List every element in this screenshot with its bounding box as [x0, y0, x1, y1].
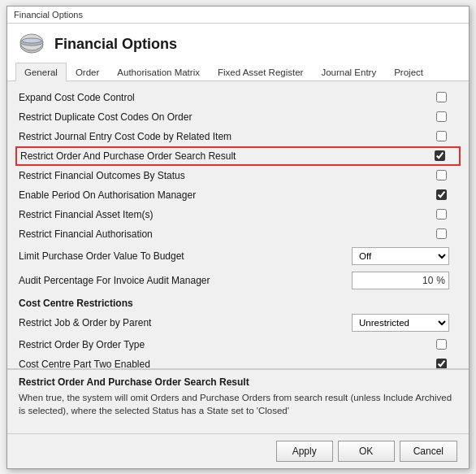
option-row-cost-centre-part: Cost Centre Part Two Enabled: [15, 354, 461, 368]
option-label-expand-cost-code: Expand Cost Code Control: [19, 92, 425, 103]
description-area: Restrict Order And Purchase Order Search…: [7, 368, 469, 433]
checkbox-area-restrict-financial-asset: [425, 209, 457, 220]
checkbox-restrict-duplicate[interactable]: [436, 111, 447, 122]
option-row-restrict-order-search: Restrict Order And Purchase Order Search…: [15, 146, 461, 166]
option-label-restrict-financial-outcomes: Restrict Financial Outcomes By Status: [19, 170, 425, 181]
checkbox-area-cost-centre-part: [425, 359, 457, 368]
checkbox-restrict-financial-outcomes[interactable]: [436, 170, 447, 180]
scroll-container[interactable]: Expand Cost Code Control Restrict Duplic…: [7, 81, 469, 368]
tab-fixed-asset-register[interactable]: Fixed Asset Register: [209, 63, 312, 81]
header-title: Financial Options: [54, 36, 177, 53]
option-row-restrict-duplicate: Restrict Duplicate Cost Codes On Order: [15, 107, 461, 127]
audit-input-container: 10 %: [352, 272, 449, 289]
dropdown-limit-purchase-order[interactable]: Off Warning Strict: [352, 247, 449, 265]
option-label-limit-purchase-order: Limit Purchase Order Value To Budget: [19, 250, 352, 262]
option-row-enable-period: Enable Period On Authorisation Manager: [15, 185, 461, 205]
option-row-restrict-order-type: Restrict Order By Order Type: [15, 335, 461, 354]
tab-project[interactable]: Project: [385, 63, 432, 81]
checkbox-area-restrict-order-type: [425, 339, 457, 350]
financial-options-window: Financial Options Financial Options Gene…: [6, 6, 470, 469]
checkbox-restrict-order-search[interactable]: [435, 150, 445, 161]
checkbox-area-expand-cost-code: [425, 92, 457, 102]
tab-general[interactable]: General: [15, 63, 67, 81]
section-header-cost-centre: Cost Centre Restrictions: [15, 293, 461, 311]
option-row-restrict-job: Restrict Job & Order by Parent Unrestric…: [15, 311, 461, 335]
checkbox-restrict-financial-auth[interactable]: [436, 228, 447, 239]
checkbox-area-enable-period: [425, 189, 457, 200]
tab-journal-entry[interactable]: Journal Entry: [312, 63, 385, 81]
option-row-audit-percentage: Audit Percentage For Invoice Audit Manag…: [15, 268, 461, 293]
option-label-restrict-job: Restrict Job & Order by Parent: [19, 317, 352, 328]
option-row-expand-cost-code: Expand Cost Code Control: [15, 88, 461, 107]
tab-order[interactable]: Order: [67, 63, 108, 81]
apply-button[interactable]: Apply: [276, 441, 333, 462]
control-limit-purchase-order: Off Warning Strict: [352, 247, 457, 265]
tabs-bar: General Order Authorisation Matrix Fixed…: [7, 63, 469, 81]
option-label-restrict-journal: Restrict Journal Entry Cost Code by Rela…: [19, 131, 425, 142]
option-label-restrict-order-search: Restrict Order And Purchase Order Search…: [20, 150, 423, 162]
ok-button[interactable]: OK: [338, 441, 395, 462]
checkbox-area-restrict-financial-outcomes: [425, 170, 457, 180]
option-label-restrict-duplicate: Restrict Duplicate Cost Codes On Order: [19, 111, 425, 123]
checkbox-restrict-order-type[interactable]: [436, 339, 447, 350]
checkbox-restrict-journal[interactable]: [436, 131, 447, 141]
option-row-restrict-financial-outcomes: Restrict Financial Outcomes By Status: [15, 166, 461, 185]
svg-point-3: [22, 38, 41, 43]
audit-percent-sign: %: [436, 275, 445, 286]
option-row-restrict-financial-auth: Restrict Financial Authorisation: [15, 224, 461, 244]
option-label-restrict-financial-auth: Restrict Financial Authorisation: [19, 228, 425, 240]
checkbox-area-restrict-journal: [425, 131, 457, 141]
description-title: Restrict Order And Purchase Order Search…: [19, 376, 457, 388]
description-text: When true, the system will omit Orders a…: [19, 391, 457, 417]
option-label-enable-period: Enable Period On Authorisation Manager: [19, 189, 425, 201]
financial-options-icon: [19, 32, 45, 58]
checkbox-restrict-financial-asset[interactable]: [436, 209, 447, 220]
audit-value: 10: [422, 275, 433, 286]
option-row-restrict-journal: Restrict Journal Entry Cost Code by Rela…: [15, 127, 461, 146]
checkbox-area-restrict-duplicate: [425, 111, 457, 122]
control-restrict-job: Unrestricted Restricted: [352, 314, 457, 332]
option-label-audit-percentage: Audit Percentage For Invoice Audit Manag…: [19, 275, 352, 286]
checkbox-cost-centre-part[interactable]: [436, 359, 447, 368]
tab-authorisation-matrix[interactable]: Authorisation Matrix: [108, 63, 209, 81]
option-label-cost-centre-part: Cost Centre Part Two Enabled: [19, 359, 425, 368]
control-audit-percentage: 10 %: [352, 272, 457, 289]
footer: Apply OK Cancel: [7, 433, 469, 468]
checkbox-area-restrict-order-search: [423, 150, 456, 161]
dropdown-restrict-job[interactable]: Unrestricted Restricted: [352, 314, 449, 332]
header-area: Financial Options: [7, 24, 469, 63]
option-row-limit-purchase-order: Limit Purchase Order Value To Budget Off…: [15, 244, 461, 268]
content-area: Expand Cost Code Control Restrict Duplic…: [7, 81, 469, 368]
option-row-restrict-financial-asset: Restrict Financial Asset Item(s): [15, 205, 461, 224]
window-title: Financial Options: [14, 10, 83, 20]
checkbox-enable-period[interactable]: [436, 189, 447, 200]
title-bar: Financial Options: [7, 7, 469, 24]
option-label-restrict-financial-asset: Restrict Financial Asset Item(s): [19, 209, 425, 220]
checkbox-expand-cost-code[interactable]: [436, 92, 447, 102]
cancel-button[interactable]: Cancel: [400, 441, 457, 462]
checkbox-area-restrict-financial-auth: [425, 228, 457, 239]
option-label-restrict-order-type: Restrict Order By Order Type: [19, 339, 425, 350]
